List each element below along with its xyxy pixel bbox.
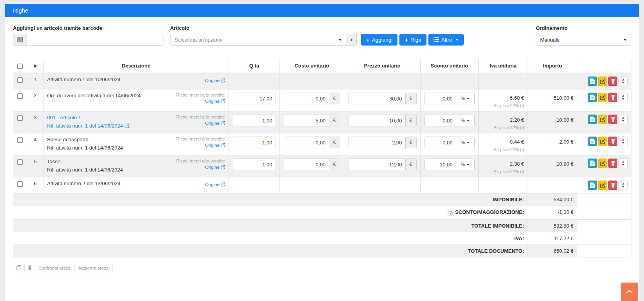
unit-cost-input[interactable] <box>284 137 329 148</box>
euro-addon: € <box>329 137 340 148</box>
row-reorder-handle[interactable] <box>619 159 628 168</box>
row-total: 10,00 € <box>557 115 573 123</box>
quantity-input[interactable] <box>233 137 276 148</box>
row-delete-button[interactable] <box>608 181 617 190</box>
origine-link[interactable]: Origine <box>205 99 225 104</box>
row-title[interactable]: 001 - Articolo 1 <box>47 115 81 120</box>
row-edit-button[interactable] <box>598 159 607 168</box>
row-vat-amount: 2,38 € <box>482 159 524 167</box>
row-title: Ore di lavoro dell'attività 1 del 14/06/… <box>47 93 141 99</box>
row-checkbox[interactable] <box>17 137 23 143</box>
riga-button[interactable]: + Riga <box>399 34 426 46</box>
unit-cost-input[interactable] <box>284 159 329 170</box>
barcode-input[interactable] <box>27 34 163 46</box>
ordinamento-select[interactable]: Manuale <box>536 34 631 46</box>
external-link-icon <box>221 78 225 83</box>
row-reorder-handle[interactable] <box>619 115 628 124</box>
row-edit-button[interactable] <box>598 137 607 146</box>
unit-discount-input[interactable] <box>424 137 456 148</box>
row-delete-button[interactable] <box>608 93 617 102</box>
help-icon[interactable]: ? <box>448 211 453 216</box>
row-edit-button[interactable] <box>598 181 607 190</box>
copy-icon <box>16 265 21 271</box>
unit-cost-input[interactable] <box>284 115 329 126</box>
summary-value: 650,02 € <box>528 244 577 257</box>
confronta-prezzi-button[interactable]: Confronta prezzi <box>35 264 75 272</box>
quantity-input[interactable] <box>233 115 276 126</box>
altro-dropdown-button[interactable]: Altro <box>428 34 464 46</box>
discount-type-dropdown[interactable]: % <box>456 159 475 170</box>
duplicate-rows-button[interactable] <box>13 264 25 272</box>
aggiungi-button[interactable]: + Aggiungi <box>361 34 397 46</box>
aggiorna-prezzi-button[interactable]: Aggiorna prezzi <box>74 264 113 272</box>
table-header-row: # Descrizione Q.tà Costo unitario Prezzo… <box>13 59 631 73</box>
row-checkbox[interactable] <box>17 159 23 165</box>
euro-addon: € <box>329 93 340 104</box>
row-edit-button[interactable] <box>598 115 607 124</box>
row-delete-button[interactable] <box>608 77 617 86</box>
discount-type-dropdown[interactable]: % <box>456 93 475 104</box>
unit-cost-input[interactable] <box>284 93 329 104</box>
row-vat-amount <box>482 181 524 183</box>
unit-discount-input[interactable] <box>424 159 456 170</box>
row-detail-button[interactable] <box>588 77 597 86</box>
summary-label: IMPONIBILE: <box>493 197 524 202</box>
unit-discount-input[interactable] <box>424 93 456 104</box>
row-reference[interactable]: Rif. attività num. 1 del 14/06/2024 <box>47 123 129 129</box>
row-delete-button[interactable] <box>608 159 617 168</box>
row-total: 2,00 € <box>559 137 573 145</box>
origine-link[interactable]: Origine <box>205 78 225 83</box>
discount-type-dropdown[interactable]: % <box>456 137 475 148</box>
row-reorder-handle[interactable] <box>619 93 628 102</box>
row-reorder-handle[interactable] <box>619 137 628 146</box>
table-row: 6 Attività numero 2 del 13/06/2024 Origi… <box>13 177 631 193</box>
scroll-to-top-button[interactable] <box>621 283 638 301</box>
origine-link[interactable]: Origine <box>205 182 225 187</box>
quantity-input[interactable] <box>233 159 276 170</box>
row-checkbox[interactable] <box>17 93 23 99</box>
summary-value: -1,20 € <box>528 206 577 220</box>
select-all-checkbox[interactable] <box>17 64 23 69</box>
table-row: 5 Tasse Rif. attività num. 1 del 14/06/2… <box>13 155 631 177</box>
row-detail-button[interactable] <box>588 93 597 102</box>
row-delete-button[interactable] <box>608 137 617 146</box>
row-number: 5 <box>27 155 44 177</box>
origine-link[interactable]: Origine <box>205 165 225 170</box>
row-detail-button[interactable] <box>588 159 597 168</box>
row-detail-button[interactable] <box>588 181 597 190</box>
row-delete-button[interactable] <box>608 115 617 124</box>
row-vat-amount: 6,60 € <box>482 93 524 101</box>
origine-link[interactable]: Origine <box>205 121 225 126</box>
summary-trailing-cell <box>577 193 631 206</box>
row-title: Attività numero 2 del 13/06/2024 <box>47 181 120 186</box>
discount-type-dropdown[interactable]: % <box>456 115 475 126</box>
row-vat-amount <box>482 77 524 79</box>
unit-price-input[interactable] <box>348 159 405 170</box>
chevron-down-icon <box>339 39 342 41</box>
row-checkbox[interactable] <box>17 77 23 83</box>
row-detail-button[interactable] <box>588 137 597 146</box>
summary-label: TOTALE DOCUMENTO: <box>468 248 524 254</box>
unit-discount-input[interactable] <box>424 115 456 126</box>
row-edit-button[interactable] <box>598 77 607 86</box>
unit-price-input[interactable] <box>348 115 405 126</box>
unit-price-input[interactable] <box>348 93 405 104</box>
col-header-iva: Iva unitaria <box>479 59 528 73</box>
list-icon <box>434 37 439 43</box>
delete-rows-button[interactable] <box>24 264 35 272</box>
summary-label: IVA: <box>514 235 524 241</box>
barcode-label: Aggiungi un articolo tramite barcode <box>13 25 163 31</box>
row-checkbox[interactable] <box>17 115 23 121</box>
row-detail-button[interactable] <box>588 115 597 124</box>
row-number: 2 <box>27 89 44 111</box>
unit-price-input[interactable] <box>348 137 405 148</box>
articolo-select[interactable]: Seleziona un'opzione <box>170 34 346 46</box>
row-account-label: Ricavi merci c/to vendite <box>176 93 225 97</box>
add-article-plus-button[interactable]: + <box>346 34 357 46</box>
row-reorder-handle[interactable] <box>619 77 628 86</box>
row-checkbox[interactable] <box>17 181 23 187</box>
row-edit-button[interactable] <box>598 93 607 102</box>
quantity-input[interactable] <box>233 93 276 104</box>
origine-link[interactable]: Origine <box>205 143 225 148</box>
row-reorder-handle[interactable] <box>619 181 628 190</box>
